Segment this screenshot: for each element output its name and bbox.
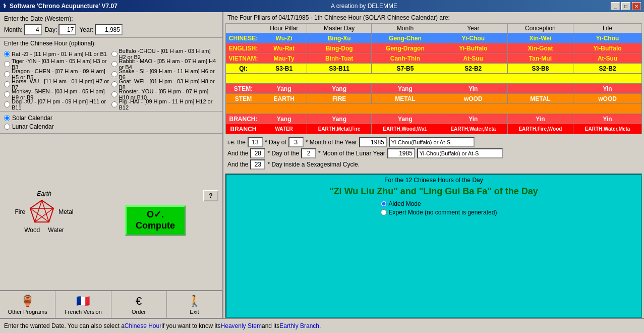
wu-xing-bottom: Wood Water xyxy=(24,227,64,234)
moon-label: * Moon of the Lunar Year xyxy=(318,150,385,157)
hour-pig[interactable]: Pig -HAI - [09 H pm - 11 H pm] H12 or B1… xyxy=(111,99,219,109)
title-bar-center: A creation by DELEMME xyxy=(331,3,397,10)
day-of-num: 13 xyxy=(248,137,263,147)
french-version-label: French Version xyxy=(65,309,102,315)
hour-rat[interactable]: Rat -ZI - [11 H pm - 01 H am] H1 or B1 xyxy=(4,49,111,59)
order-button[interactable]: € Order xyxy=(111,291,167,318)
col-header-month: Month xyxy=(372,24,439,33)
status-text-1: Enter the wanted Date. You can also sele… xyxy=(4,322,125,329)
status-text-4: . xyxy=(319,322,321,329)
col-header-year: Year xyxy=(439,24,507,33)
col-header-life: Life xyxy=(573,24,642,33)
day-of-label: * Day of xyxy=(265,139,286,146)
solar-calendar-option[interactable]: Solar Calendar xyxy=(4,115,218,122)
exit-label: Exit xyxy=(190,309,199,315)
hour-label: Enter the Chinese Hour (optional): xyxy=(4,40,218,47)
compute-label: Compute xyxy=(136,220,175,232)
month-label: Month: xyxy=(4,26,23,33)
year1-input[interactable] xyxy=(359,137,387,147)
zi-wu-for-label: For the 12 Chinese Hours of the Day xyxy=(384,177,483,184)
col-header-conception: Conception xyxy=(507,24,573,33)
french-version-button[interactable]: 🇫🇷 French Version xyxy=(55,291,111,318)
hour-section: Enter the Chinese Hour (optional): Rat -… xyxy=(0,38,222,111)
col-header-masterday: Master Day xyxy=(307,24,372,33)
aided-mode-option[interactable]: Aided Mode xyxy=(381,200,497,207)
table-row-stem-label: STEM: Yang Yang Yang Yin Yin xyxy=(226,84,642,94)
and-the2-label: And the xyxy=(227,161,248,168)
status-text-2: if you want to know its xyxy=(161,322,220,329)
other-programs-button[interactable]: 🏺 Other Programs xyxy=(0,291,55,318)
pillars-table-wrapper: Hour Pillar Master Day Month Year Concep… xyxy=(223,23,644,134)
row-label-stem: STEM: xyxy=(226,84,261,94)
table-row-vietnam: VIETNAM: Mau-Ty Binh-Tuat Canh-Thin At-S… xyxy=(226,53,642,64)
info-row-1: i.e. the 13 * Day of 3 * Month of the Ye… xyxy=(227,137,640,147)
year1-text-input[interactable] xyxy=(389,137,475,147)
hour-goat[interactable]: Goat -WEI - [01 H pm - 03 H pm] H8 or B8 xyxy=(111,79,219,89)
right-panel: The Four Pillars of 04/17/1985 - 1th Chi… xyxy=(223,12,644,318)
water-label: Water xyxy=(48,227,64,234)
hour-dragon[interactable]: Dragon - CHEN - [07 H am - 09 H am] H5 o… xyxy=(4,69,111,79)
table-row-branch-val: BRANCH WATER EARTH,Metal,Fire EARTH,Wood… xyxy=(226,124,642,134)
lunar-calendar-option[interactable]: Lunar Calendar xyxy=(4,123,218,130)
table-row-stem-val: STEM EARTH FIRE METAL wOOD METAL wOOD xyxy=(226,94,642,104)
hour-monkey[interactable]: Monkey- SHEN - [03 H pm - 05 H pm] H9 or… xyxy=(4,89,111,99)
year-group: Year: xyxy=(79,24,123,35)
title-bar-buttons: _ □ ✕ xyxy=(611,2,641,10)
day-input[interactable] xyxy=(58,24,76,35)
main-container: Enter the Date (Western): Month: Day: Ye… xyxy=(0,12,644,318)
app-title: Software 'Chrono Acupuncture' V7.07 xyxy=(10,3,118,10)
svg-line-1 xyxy=(42,200,49,222)
hour-tiger[interactable]: Tiger -YIN - [03 H am - 05 H am] H3 or B… xyxy=(4,59,111,69)
hour-dog[interactable]: Dog -XU - [07 H pm - 09 H pm] H11 or B11 xyxy=(4,99,111,109)
hour-rooster[interactable]: Rooster- YOU - [05 H pm - 07 H pm] H10 o… xyxy=(111,89,219,99)
table-row-english: ENGLISH: Wu-Rat Bing-Dog Geng-Dragon Yi-… xyxy=(226,43,642,53)
app-icon: ⚕ xyxy=(3,3,7,10)
pillars-table: Hour Pillar Master Day Month Year Concep… xyxy=(225,23,642,134)
hour-snake[interactable]: Snake - SI - [09 H am - 11 H am] H6 or B… xyxy=(111,69,219,79)
day-of-the-label: * Day of the xyxy=(267,150,299,157)
hour-buffalo[interactable]: Buffalo -CHOU - [01 H am - 03 H am] H2 o… xyxy=(111,49,219,59)
help-button[interactable]: ? xyxy=(203,190,218,201)
year2-text-input[interactable] xyxy=(417,148,503,158)
maximize-button[interactable]: □ xyxy=(621,2,630,10)
year-label: Year: xyxy=(79,26,93,33)
and-the1-label: And the xyxy=(227,150,248,157)
day-label: Day: xyxy=(45,26,57,33)
hour-radio-grid: Rat -ZI - [11 H pm - 01 H am] H1 or B1 B… xyxy=(4,49,218,109)
month-group: Month: xyxy=(4,24,42,35)
expert-mode-option[interactable]: Expert Mode (no comment is generated) xyxy=(381,209,497,216)
status-text-3: and its xyxy=(262,322,279,329)
earth-label: Earth xyxy=(37,190,51,197)
year-input[interactable] xyxy=(95,24,123,35)
year2-input[interactable] xyxy=(387,148,415,158)
row-label-branch-val: BRANCH xyxy=(226,124,261,134)
fire-label: Fire xyxy=(15,208,25,215)
exit-button[interactable]: 🚶 Exit xyxy=(167,291,222,318)
compute-panel: ? O✓. Compute xyxy=(88,134,222,290)
date-row: Month: Day: Year: xyxy=(4,24,218,35)
title-bar-left: ⚕ Software 'Chrono Acupuncture' V7.07 xyxy=(3,3,118,10)
moon-num: 2 xyxy=(301,148,316,158)
hour-rabbit[interactable]: Rabbit - MAO - [05 H am - 07 H am] H4 or… xyxy=(111,59,219,69)
close-button[interactable]: ✕ xyxy=(632,2,641,10)
exit-icon: 🚶 xyxy=(188,295,201,308)
month-input[interactable] xyxy=(24,24,42,35)
month-of-year-label: * Month of the Year xyxy=(306,139,357,146)
result-header: The Four Pillars of 04/17/1985 - 1th Chi… xyxy=(223,12,644,23)
minimize-button[interactable]: _ xyxy=(611,2,620,10)
calendar-section: Solar Calendar Lunar Calendar xyxy=(0,111,222,133)
col-header-empty xyxy=(226,24,261,33)
day-group: Day: xyxy=(45,24,77,35)
order-icon: € xyxy=(136,295,142,308)
row-label-chinese: CHINESE: xyxy=(226,33,261,43)
compute-button[interactable]: O✓. Compute xyxy=(125,205,186,236)
col-header-hour: Hour Pillar xyxy=(261,24,307,33)
bottom-left: Earth Fire Metal Wood Water xyxy=(0,133,222,290)
day-of-the-num: 28 xyxy=(250,148,265,158)
status-bar: Enter the wanted Date. You can also sele… xyxy=(0,318,644,333)
date-label: Enter the Date (Western): xyxy=(4,15,218,22)
date-section: Enter the Date (Western): Month: Day: Ye… xyxy=(0,12,222,38)
hour-horse[interactable]: Horse -WU - [11 H am - 01 H pm] H7 or B7 xyxy=(4,79,111,89)
order-label: Order xyxy=(132,309,146,315)
status-chinese-hour: Chinese Hour xyxy=(125,322,161,329)
